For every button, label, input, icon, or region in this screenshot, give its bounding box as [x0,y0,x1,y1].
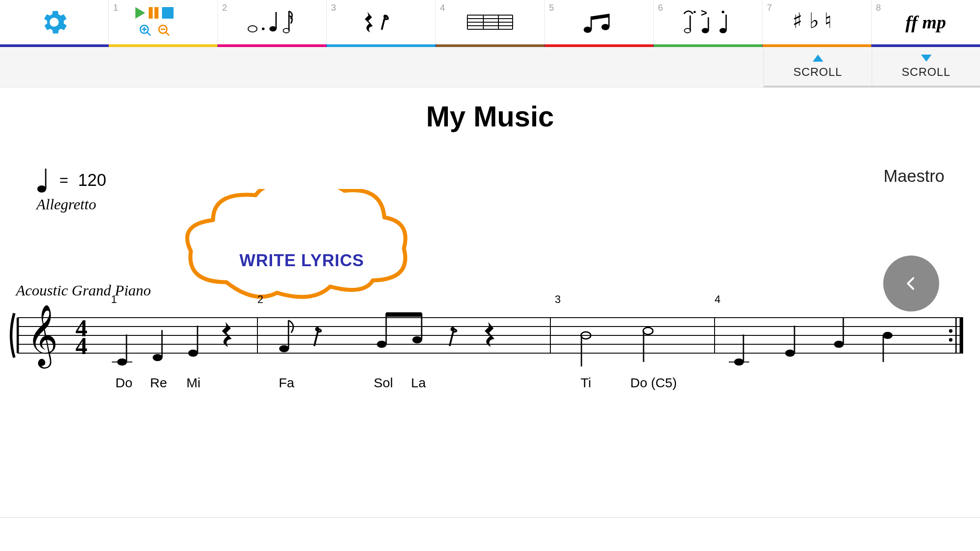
tab-number: 3 [331,3,336,13]
triangle-up-icon [812,54,824,63]
gear-icon [39,7,70,38]
scroll-down-label: SCROLL [901,65,950,79]
svg-point-67 [153,354,162,361]
bar-number: 1 [111,293,117,306]
page-title[interactable]: My Music [0,100,980,133]
toolbar-tab-notevalues[interactable]: 2 [217,0,327,44]
beamed-notes-icon [579,9,619,35]
lyric-syllable[interactable]: Do (C5) [630,375,677,390]
cloud-text: WRITE LYRICS [173,251,431,270]
svg-text:𝄞: 𝄞 [27,305,58,369]
scroll-bar: SCROLL SCROLL [0,47,980,88]
svg-point-12 [262,28,265,30]
tab-number: 1 [113,3,118,13]
svg-rect-78 [386,312,422,317]
lyric-syllable[interactable]: Sol [374,375,393,390]
svg-point-38 [722,11,724,13]
toolbar-tab-accidentals[interactable]: 7 ♯ ♭ ♮ [762,0,871,44]
svg-text:>: > [701,9,707,19]
tempo-name: Allegretto [36,196,106,213]
svg-text:♭: ♭ [809,9,819,32]
svg-text:♮: ♮ [824,9,832,32]
tab-number: 7 [767,3,772,13]
bar-number: 2 [257,293,263,306]
svg-point-76 [412,336,422,343]
note-values-icon [245,9,299,35]
score-area: My Music Maestro = 120 Allegretto Acoust… [0,100,980,551]
svg-point-91 [883,332,893,339]
bar-number: 3 [555,293,561,306]
tempo-equals: = [59,172,68,189]
svg-marker-44 [813,55,823,62]
svg-line-5 [147,32,150,35]
staff-svg: 𝄞 4 4 [9,304,971,415]
tab-number: 8 [876,3,881,13]
svg-point-28 [601,24,609,30]
accidentals-icon: ♯ ♭ ♮ [792,9,841,35]
tempo-marking[interactable]: = 120 Allegretto [36,167,106,213]
lyric-syllable[interactable]: Fa [279,375,294,390]
chevron-left-icon [903,276,919,291]
svg-point-65 [117,358,127,366]
articulation-icon: > [681,9,735,35]
svg-point-73 [315,327,320,331]
svg-point-17 [383,15,387,18]
dynamics-label: ff mp [905,12,946,33]
svg-point-79 [450,327,455,331]
instrument-name[interactable]: Acoustic Grand Piano [16,282,151,299]
composer-name[interactable]: Maestro [884,167,944,186]
lyric-syllable[interactable]: Re [150,375,167,390]
bar-number: 4 [715,293,720,306]
tempo-bpm: 120 [78,171,106,190]
svg-point-60 [949,329,952,333]
svg-point-46 [37,185,46,193]
svg-text:♯: ♯ [792,9,802,32]
playback-icons [132,6,194,38]
triangle-down-icon [920,54,933,63]
lyric-syllable[interactable]: Ti [581,375,591,390]
svg-rect-63 [960,318,963,353]
svg-point-69 [188,350,198,357]
lyric-syllable[interactable]: Do [115,375,132,390]
scroll-up-label: SCROLL [793,65,842,79]
scroll-down-button[interactable]: SCROLL [872,47,980,87]
svg-point-61 [949,338,952,342]
svg-rect-3 [162,7,174,19]
tab-number: 4 [440,3,445,13]
staff-icon [466,12,514,32]
svg-point-82 [643,327,653,335]
svg-point-87 [785,350,795,357]
svg-point-27 [584,27,592,33]
svg-text:4: 4 [75,333,87,359]
collapse-panel-button[interactable] [883,256,939,311]
page-divider [0,517,980,518]
toolbar-tab-articulations[interactable]: 6 > [653,0,763,44]
tab-number: 5 [549,3,554,13]
music-staff[interactable]: 𝄞 4 4 [9,304,971,415]
scroll-up-button[interactable]: SCROLL [763,47,872,87]
svg-rect-2 [154,7,158,19]
svg-marker-45 [921,55,932,62]
toolbar-tab-dynamics[interactable]: 8 ff mp [871,0,980,44]
tab-number: 2 [222,3,227,13]
tab-number: 6 [658,3,663,13]
quarter-note-icon [36,167,50,193]
lyric-syllable[interactable]: La [411,375,426,390]
svg-line-9 [166,32,169,35]
rests-icon [359,9,403,35]
settings-button[interactable] [0,0,108,44]
svg-point-89 [834,341,844,348]
toolbar-tab-staff[interactable]: 4 [435,0,545,44]
toolbar-tab-rests[interactable]: 3 [326,0,435,44]
toolbar-tab-playback[interactable]: 1 [108,0,217,44]
svg-marker-0 [135,7,145,19]
toolbar: 1 2 [0,0,980,47]
lyric-syllable[interactable]: Mi [186,375,201,390]
svg-point-11 [248,26,257,32]
svg-point-71 [279,345,289,352]
toolbar-tab-beamed[interactable]: 5 [544,0,653,44]
svg-point-74 [377,341,387,348]
svg-point-85 [734,358,744,366]
svg-marker-31 [591,14,609,20]
svg-point-32 [693,11,695,13]
